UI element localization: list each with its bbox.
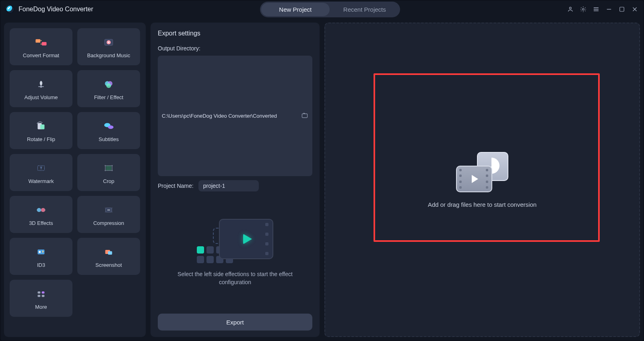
svg-rect-27	[38, 291, 41, 293]
menu-icon[interactable]	[592, 6, 600, 13]
svg-rect-4	[42, 42, 47, 46]
id3-icon	[34, 245, 48, 259]
tool-label: Watermark	[28, 178, 54, 184]
subtitles-icon	[102, 119, 116, 133]
tool-compression[interactable]: Compression	[77, 196, 140, 233]
tool-id3[interactable]: ID3	[10, 238, 72, 275]
svg-rect-2	[620, 7, 624, 12]
watermark-icon: T	[34, 161, 48, 175]
tool-subtitles[interactable]: Subtitles	[77, 112, 140, 149]
crop-icon	[102, 161, 116, 175]
tab-new-project[interactable]: New Project	[261, 3, 330, 16]
effect-placeholder-text: Select the left side effections to start…	[175, 270, 295, 286]
background-music-icon	[102, 35, 116, 49]
rotate-flip-icon	[34, 119, 48, 133]
compression-icon	[102, 203, 116, 217]
tool-filter-effect[interactable]: Filter / Effect	[77, 70, 140, 107]
svg-rect-13	[40, 124, 44, 129]
tool-label: Filter / Effect	[94, 94, 124, 100]
svg-point-24	[39, 251, 41, 253]
output-dir-label: Output Directory:	[158, 45, 312, 52]
export-settings-panel: Export settings Output Directory: C:\Use…	[151, 23, 320, 337]
tool-label: Crop	[103, 178, 114, 184]
svg-rect-26	[108, 251, 112, 255]
tool-screenshot[interactable]: Screenshot	[77, 238, 140, 275]
3d-effects-icon	[34, 203, 48, 217]
tool-label: Rotate / Flip	[27, 136, 55, 142]
svg-point-11	[106, 83, 111, 88]
svg-rect-31	[302, 114, 307, 117]
title-bar: FoneDog Video Converter New Project Rece…	[0, 0, 644, 19]
svg-point-0	[570, 7, 572, 9]
tool-watermark[interactable]: T Watermark	[10, 154, 72, 191]
minimize-icon[interactable]	[605, 6, 613, 13]
tool-label: Adjust Volume	[24, 94, 58, 100]
svg-point-8	[40, 85, 42, 87]
tool-label: Compression	[93, 220, 124, 226]
app-title: FoneDog Video Converter	[19, 6, 93, 13]
adjust-volume-icon	[34, 77, 48, 91]
svg-rect-18	[106, 166, 111, 170]
drop-area-panel[interactable]: Add or drag files here to start conversi…	[324, 23, 640, 337]
highlighted-drop-region	[374, 73, 600, 242]
main-tabs: New Project Recent Projects	[260, 2, 400, 17]
svg-rect-3	[35, 39, 40, 43]
output-dir-input[interactable]: C:\Users\pc\FoneDog Video Converter\Conv…	[158, 56, 312, 176]
tool-label: Subtitles	[99, 136, 119, 142]
tool-adjust-volume[interactable]: Adjust Volume	[10, 70, 72, 107]
tool-label: More	[35, 304, 47, 310]
tool-label: Screenshot	[95, 262, 122, 268]
svg-point-19	[37, 208, 41, 212]
effect-placeholder-art	[197, 219, 273, 263]
effect-placeholder: Select the left side effections to start…	[158, 195, 312, 310]
app-logo-icon	[6, 5, 14, 14]
close-icon[interactable]	[631, 6, 638, 13]
body: Convert Format Background Music Adjust V…	[0, 19, 644, 341]
svg-point-1	[582, 8, 584, 10]
brand: FoneDog Video Converter	[6, 5, 93, 14]
video-art	[219, 219, 273, 259]
project-name-input[interactable]: project-1	[198, 180, 259, 191]
svg-point-7	[108, 42, 109, 43]
export-settings-title: Export settings	[158, 30, 312, 37]
svg-rect-29	[38, 295, 41, 297]
app-window: FoneDog Video Converter New Project Rece…	[0, 0, 644, 341]
play-icon	[243, 234, 252, 244]
window-actions	[567, 6, 638, 13]
settings-icon[interactable]	[580, 6, 587, 13]
tool-label: Convert Format	[23, 52, 59, 58]
tool-3d-effects[interactable]: 3D Effects	[10, 196, 72, 233]
tool-background-music[interactable]: Background Music	[77, 28, 140, 65]
svg-rect-28	[42, 291, 45, 293]
account-icon[interactable]	[567, 6, 574, 13]
more-icon	[34, 287, 48, 301]
svg-point-15	[108, 125, 114, 129]
svg-text:T: T	[40, 166, 42, 170]
output-dir-value: C:\Users\pc\FoneDog Video Converter\Conv…	[162, 113, 277, 119]
tools-panel: Convert Format Background Music Adjust V…	[4, 23, 146, 337]
filter-effect-icon	[102, 77, 116, 91]
tab-recent-projects[interactable]: Recent Projects	[330, 3, 399, 16]
tool-label: ID3	[37, 262, 45, 268]
tool-crop[interactable]: Crop	[77, 154, 140, 191]
svg-rect-30	[42, 295, 45, 297]
tool-more[interactable]: More	[10, 280, 72, 317]
tool-label: 3D Effects	[29, 220, 53, 226]
tool-label: Background Music	[87, 52, 130, 58]
screenshot-icon	[102, 245, 116, 259]
export-button[interactable]: Export	[158, 314, 312, 331]
maximize-icon[interactable]	[618, 6, 625, 13]
project-name-label: Project Name:	[158, 183, 194, 189]
tool-convert-format[interactable]: Convert Format	[10, 28, 72, 65]
project-name-row: Project Name: project-1	[158, 180, 312, 191]
convert-format-icon	[34, 35, 48, 49]
svg-point-20	[41, 208, 45, 212]
browse-folder-icon[interactable]	[301, 112, 308, 120]
tool-rotate-flip[interactable]: Rotate / Flip	[10, 112, 72, 149]
tool-grid: Convert Format Background Music Adjust V…	[10, 28, 140, 317]
